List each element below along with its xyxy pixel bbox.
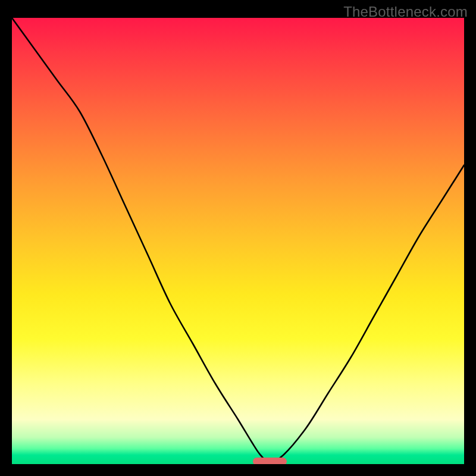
chart-frame: TheBottleneck.com <box>0 0 476 476</box>
plot-area <box>12 18 464 464</box>
bottleneck-curve-path <box>12 18 464 462</box>
bottleneck-curve <box>12 18 464 464</box>
watermark-text: TheBottleneck.com <box>343 4 468 20</box>
optimal-marker <box>253 458 287 464</box>
